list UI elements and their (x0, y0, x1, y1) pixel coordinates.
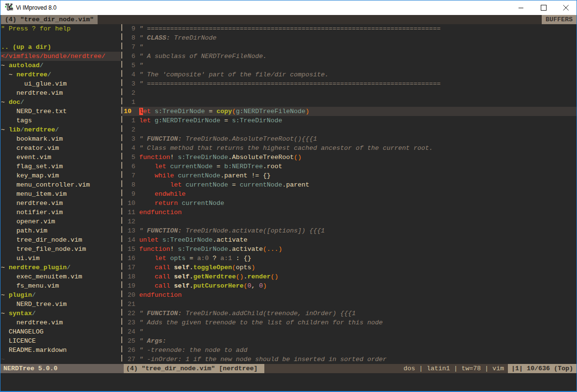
svg-text:im: im (9, 6, 13, 11)
